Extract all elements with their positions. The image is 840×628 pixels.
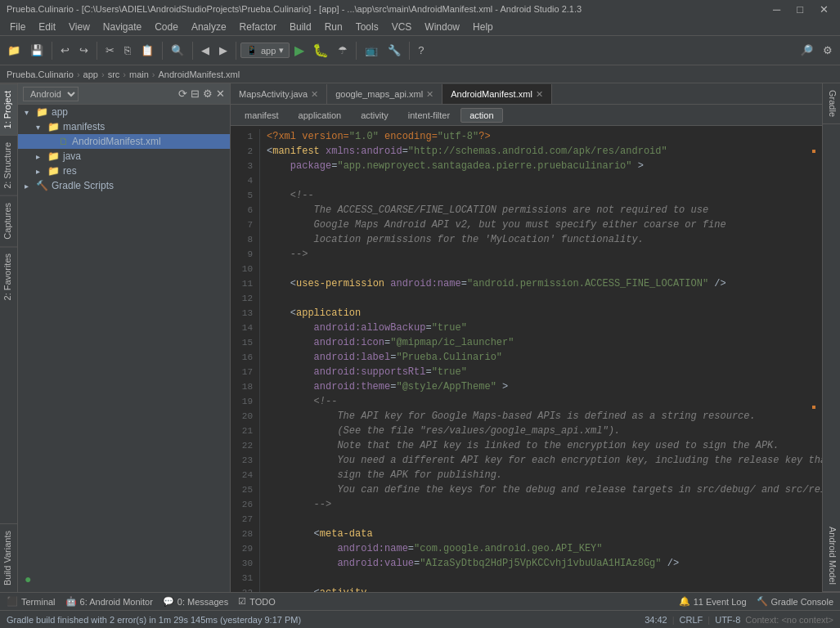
code-line-23: 23 You need a different API key for each… <box>231 453 822 468</box>
toolbar-redo-btn[interactable]: ↪ <box>75 42 92 59</box>
menu-refactor[interactable]: Refactor <box>233 20 283 34</box>
toolbar-open-btn[interactable]: 📁 <box>3 42 25 59</box>
menu-vcs[interactable]: VCS <box>385 20 419 34</box>
right-tab-gradle[interactable]: Gradle <box>823 83 840 124</box>
sdk-btn[interactable]: 🔧 <box>384 42 405 59</box>
breadcrumb-file[interactable]: AndroidManifest.xml <box>159 70 240 79</box>
android-monitor-tab[interactable]: 🤖 6: Android Monitor <box>65 596 153 607</box>
tree-arrow-java: ▸ <box>36 152 47 161</box>
cursor-position: 34:42 <box>645 615 667 625</box>
menu-view[interactable]: View <box>62 20 97 34</box>
xml-tab-intent-filter[interactable]: intent-filter <box>399 108 459 123</box>
line-endings[interactable]: CRLF <box>680 615 703 625</box>
todo-icon: ☑ <box>238 596 246 607</box>
toolbar-find-btn[interactable]: 🔍 <box>167 42 188 59</box>
menu-run[interactable]: Run <box>318 20 349 34</box>
xml-tab-application[interactable]: application <box>290 108 351 123</box>
title-bar-controls: ─ □ ✕ <box>768 3 833 16</box>
toolbar-copy-btn[interactable]: ⎘ <box>120 42 135 59</box>
minimize-button[interactable]: ─ <box>768 3 785 16</box>
messages-tab[interactable]: 💬 0: Messages <box>163 596 228 607</box>
toolbar-undo-btn[interactable]: ↩ <box>56 42 74 59</box>
toolbar-cut-btn[interactable]: ✂ <box>101 42 119 59</box>
sync-icon[interactable]: ⟳ <box>178 87 187 100</box>
tree-item-res[interactable]: ▸ 📁 res <box>18 164 230 178</box>
event-log-icon: 🔔 <box>679 596 690 607</box>
gradle-console-tab[interactable]: 🔨 Gradle Console <box>757 596 833 607</box>
code-line-24: 24 sign the APK for publishing. <box>231 468 822 482</box>
sidebar-tab-build-variants[interactable]: Build Variants <box>0 523 17 592</box>
sidebar-tab-captures[interactable]: Captures <box>0 195 17 246</box>
android-indicator: ● <box>18 566 230 592</box>
tree-label-java: java <box>63 150 81 162</box>
event-log-label: 11 Event Log <box>694 597 747 607</box>
event-log-tab[interactable]: 🔔 11 Event Log <box>679 596 747 607</box>
tab-close-maps-activity[interactable]: ✕ <box>311 89 318 100</box>
menu-navigate[interactable]: Navigate <box>97 20 148 34</box>
menu-build[interactable]: Build <box>283 20 318 34</box>
menu-help[interactable]: Help <box>466 20 500 34</box>
run-config-dropdown[interactable]: 📱 app ▾ <box>240 43 290 58</box>
tab-android-manifest[interactable]: AndroidManifest.xml ✕ <box>442 84 552 104</box>
code-line-21: 21 (See the file "res/values/google_maps… <box>231 424 822 438</box>
collapse-icon[interactable]: ⊟ <box>191 87 200 100</box>
breadcrumb-app[interactable]: app <box>83 70 98 79</box>
sidebar-tab-structure[interactable]: 2: Structure <box>0 135 17 195</box>
menu-window[interactable]: Window <box>418 20 466 34</box>
messages-label: 0: Messages <box>177 597 228 607</box>
project-view-dropdown[interactable]: Android Project <box>23 87 79 101</box>
breadcrumb-project[interactable]: Prueba.Culinario <box>7 70 74 79</box>
todo-tab[interactable]: ☑ TODO <box>238 596 276 607</box>
code-line-20: 20 The API key for Google Maps-based API… <box>231 409 822 424</box>
toolbar-sep-1 <box>52 42 52 60</box>
tree-item-manifests[interactable]: ▾ 📁 manifests <box>18 119 230 134</box>
search-everywhere-btn[interactable]: 🔎 <box>796 42 817 59</box>
code-line-14: 14 android:allowBackup="true" <box>231 321 822 335</box>
close-button[interactable]: ✕ <box>815 3 833 16</box>
run-button[interactable]: ▶ <box>291 41 308 60</box>
toolbar-nav-back[interactable]: ◀ <box>197 42 213 59</box>
xml-tab-action[interactable]: action <box>460 108 502 123</box>
xml-tab-activity[interactable]: activity <box>352 108 398 123</box>
settings-icon[interactable]: ⚙ <box>203 87 213 100</box>
toolbar-settings-btn[interactable]: ⚙ <box>819 42 837 59</box>
terminal-tab[interactable]: ⬛ Terminal <box>7 596 56 607</box>
code-line-9: 9 --> <box>231 247 822 262</box>
code-editor[interactable]: 1 <?xml version="1.0" encoding="utf-8"?>… <box>231 126 822 592</box>
menu-edit[interactable]: Edit <box>32 20 62 34</box>
tree-item-android-manifest[interactable]: 🗋 AndroidManifest.xml <box>18 134 230 149</box>
tab-google-maps-api[interactable]: google_maps_api.xml ✕ <box>327 84 442 104</box>
xml-tab-manifest[interactable]: manifest <box>236 108 288 123</box>
coverage-btn[interactable]: ☂ <box>334 42 352 59</box>
tab-maps-activity[interactable]: MapsActivity.java ✕ <box>231 84 327 104</box>
menu-analyze[interactable]: Analyze <box>185 20 233 34</box>
android-monitor-icon: 🤖 <box>65 596 77 607</box>
right-tab-android-model[interactable]: Android Model <box>823 520 840 592</box>
tree-item-app[interactable]: ▾ 📁 app <box>18 105 230 119</box>
menu-tools[interactable]: Tools <box>349 20 385 34</box>
tab-close-android-manifest[interactable]: ✕ <box>536 89 543 100</box>
run-config-label: app <box>261 46 276 56</box>
toolbar-paste-btn[interactable]: 📋 <box>137 42 158 59</box>
hide-icon[interactable]: ✕ <box>216 87 225 100</box>
breadcrumb-main[interactable]: main <box>129 70 149 79</box>
toolbar-nav-fwd[interactable]: ▶ <box>215 42 231 59</box>
breadcrumb-src[interactable]: src <box>108 70 120 79</box>
help-btn[interactable]: ? <box>414 42 428 59</box>
sidebar-tab-project[interactable]: 1: Project <box>0 83 17 135</box>
encoding[interactable]: UTF-8 <box>715 615 740 625</box>
terminal-label: Terminal <box>21 597 56 607</box>
tree-item-gradle-scripts[interactable]: ▸ 🔨 Gradle Scripts <box>18 178 230 193</box>
tree-item-java[interactable]: ▸ 📁 java <box>18 149 230 164</box>
tab-close-google-maps-api[interactable]: ✕ <box>426 89 433 100</box>
menu-code[interactable]: Code <box>148 20 185 34</box>
toolbar-save-btn[interactable]: 💾 <box>26 42 47 59</box>
folder-icon-app: 📁 <box>36 106 48 118</box>
sidebar-tab-favorites[interactable]: 2: Favorites <box>0 246 17 307</box>
menu-file[interactable]: File <box>3 20 32 34</box>
run-config-arrow: ▾ <box>279 45 284 56</box>
left-tabs: 1: Project 2: Structure Captures 2: Favo… <box>0 83 18 592</box>
maximize-button[interactable]: □ <box>792 3 808 16</box>
avd-btn[interactable]: 📺 <box>361 42 382 59</box>
debug-button[interactable]: 🐛 <box>309 41 332 60</box>
